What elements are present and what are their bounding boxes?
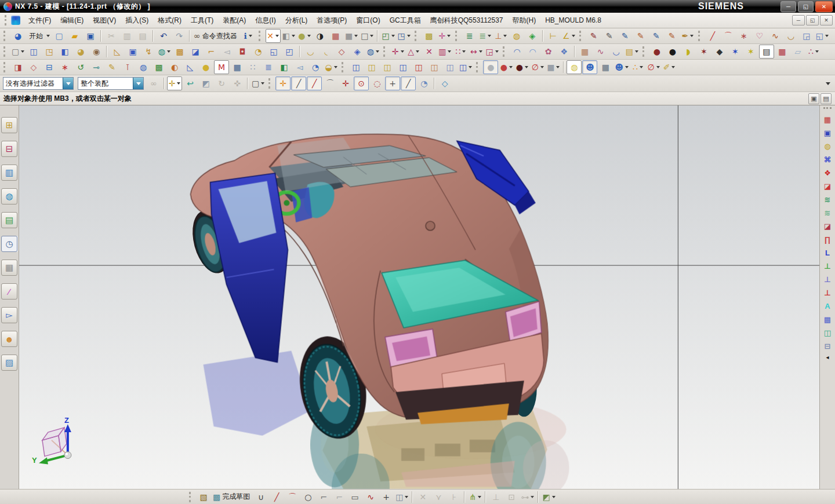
child-minimize-button[interactable]: ─ bbox=[792, 15, 805, 25]
mold-grid-icon[interactable]: ▦ bbox=[821, 113, 834, 126]
line-icon[interactable]: ╱ bbox=[705, 29, 720, 43]
window-layout3-icon[interactable]: ◫ bbox=[380, 60, 395, 74]
paste-icon[interactable]: ▤ bbox=[135, 29, 150, 43]
measure-distance-icon[interactable]: ⊢ bbox=[546, 29, 561, 43]
quick-extend-icon[interactable]: ⋎ bbox=[431, 490, 446, 504]
lines-icon[interactable]: ≣ bbox=[261, 60, 276, 74]
mold-corner2-icon[interactable]: ◪ bbox=[821, 220, 834, 232]
new-file-icon[interactable]: ▢ bbox=[52, 29, 67, 43]
render-style-icon[interactable]: ◑ bbox=[313, 29, 328, 43]
move-feature-icon[interactable]: ↔ bbox=[469, 45, 484, 59]
n-sided-surface-icon[interactable]: ✿ bbox=[541, 45, 556, 59]
redo-icon[interactable]: ↷ bbox=[172, 29, 187, 43]
oh-stamp-icon[interactable]: ✎ bbox=[665, 29, 680, 43]
key-icon[interactable]: ◍ bbox=[509, 29, 524, 43]
restore-button[interactable]: ◱ bbox=[798, 1, 814, 12]
menu-assemblies[interactable]: 装配(A) bbox=[218, 14, 251, 27]
ruler-icon[interactable]: ⊟ bbox=[42, 60, 57, 74]
finish-sketch-button[interactable]: ▩完成草图 bbox=[212, 490, 253, 504]
shaded-display-icon[interactable]: ● bbox=[483, 60, 498, 74]
datum-plane-icon[interactable]: ◫ bbox=[26, 45, 41, 59]
save-icon[interactable]: ▣ bbox=[83, 29, 98, 43]
person-view-icon[interactable]: ☻ bbox=[613, 60, 630, 74]
mold-pipes-icon[interactable]: ⊟ bbox=[821, 339, 834, 352]
studio-spline-icon[interactable]: ∿ bbox=[363, 490, 378, 504]
copy-face-icon[interactable]: ✶ bbox=[743, 45, 758, 59]
color-wand-tab[interactable]: ∕ bbox=[1, 283, 17, 300]
rectangle-icon[interactable]: ▭ bbox=[347, 490, 362, 504]
mold-corner-icon[interactable]: ◪ bbox=[821, 180, 834, 192]
true-shading-icon[interactable]: ☻ bbox=[582, 60, 597, 74]
bend-icon[interactable]: ↯ bbox=[141, 45, 156, 59]
mid-point-icon[interactable]: ╱ bbox=[307, 76, 322, 90]
marquee-select-icon[interactable]: ▢ bbox=[251, 76, 266, 90]
constraint-navigator-tab[interactable]: ⊟ bbox=[1, 141, 17, 157]
emboss-icon[interactable]: ◘ bbox=[235, 45, 250, 59]
delete-face-icon[interactable]: ✶ bbox=[728, 45, 743, 59]
block-icon[interactable]: ▣ bbox=[125, 45, 140, 59]
make-corner-icon[interactable]: ⊦ bbox=[446, 490, 462, 504]
pattern-curve-icon[interactable]: ◫ bbox=[394, 490, 409, 504]
resize-blend-icon[interactable]: ◆ bbox=[712, 45, 727, 59]
menu-hb-mould[interactable]: HB_MOULD M6.8 bbox=[540, 15, 606, 25]
history-tab[interactable]: ◷ bbox=[1, 236, 17, 252]
edit-params-icon[interactable]: △ bbox=[406, 45, 421, 59]
layer-visible-icon[interactable]: ≣ bbox=[478, 29, 493, 43]
mirror-curve-icon[interactable]: ⋔ bbox=[467, 490, 482, 504]
sweep-along-guide-icon[interactable]: ∿ bbox=[593, 45, 608, 59]
image-gallery-tab[interactable]: ▨ bbox=[1, 355, 17, 371]
assembly-navigator-tab[interactable]: ⊞ bbox=[1, 117, 17, 133]
wrench-icon[interactable]: ✐ bbox=[662, 60, 677, 74]
annotation-a2-icon[interactable]: ✎ bbox=[586, 29, 601, 43]
wcs-orient-icon[interactable]: ⊥ bbox=[493, 29, 509, 43]
color-cube-icon[interactable]: ◧ bbox=[277, 60, 292, 74]
mold-dots-icon[interactable]: ❖ bbox=[821, 166, 834, 179]
replace-face-icon[interactable]: ✶ bbox=[696, 45, 711, 59]
info-menu-icon[interactable]: ℹ bbox=[241, 29, 256, 43]
cut-icon[interactable]: ✂ bbox=[104, 29, 119, 43]
open-folder-icon[interactable]: ▰ bbox=[67, 29, 82, 43]
selection-filter-combo[interactable]: 没有选择过滤器 bbox=[3, 77, 74, 90]
start-button[interactable]: 开始 bbox=[26, 29, 51, 43]
stamp-icon[interactable]: ◍ bbox=[136, 60, 151, 74]
sheet-bodies-icon[interactable]: ▤ bbox=[625, 45, 640, 59]
point-on-curve-icon[interactable]: ╱ bbox=[401, 76, 416, 90]
hole-icon[interactable]: ◉ bbox=[89, 45, 104, 59]
window-layout7-icon[interactable]: ◫ bbox=[442, 60, 458, 74]
dots-grid-icon[interactable]: ∷ bbox=[245, 60, 260, 74]
window-layout1-icon[interactable]: ◫ bbox=[348, 60, 364, 74]
sketch-arc-icon[interactable]: ⌒ bbox=[285, 490, 300, 504]
copy-icon[interactable]: ▥ bbox=[119, 29, 135, 43]
window-layout4-icon[interactable]: ◫ bbox=[395, 60, 411, 74]
menu-format[interactable]: 格式(R) bbox=[153, 14, 186, 27]
deselect-arrow-icon[interactable]: ↩ bbox=[183, 76, 198, 90]
bridge-surface-icon[interactable]: ◡ bbox=[609, 45, 624, 59]
part-navigator-tab[interactable]: ▥ bbox=[1, 165, 17, 181]
window-layout8-icon[interactable]: ◫ bbox=[458, 60, 473, 74]
mirror-face-icon[interactable]: ▦ bbox=[775, 45, 790, 59]
control-point-icon[interactable]: ⌒ bbox=[322, 76, 337, 90]
snapshot-view-icon[interactable]: ◳ bbox=[397, 29, 412, 43]
offset-face-icon[interactable]: ◔ bbox=[251, 45, 266, 59]
wrap-icon[interactable]: ◰ bbox=[282, 45, 297, 59]
flag-icon[interactable]: ◈ bbox=[525, 29, 540, 43]
geometric-constraint-icon[interactable]: ⊥ bbox=[488, 490, 503, 504]
copy-feature-icon[interactable]: ▥ bbox=[437, 45, 452, 59]
sew-icon[interactable]: ◈ bbox=[350, 45, 365, 59]
mold-frame-icon[interactable]: ▣ bbox=[821, 126, 834, 139]
hourglass-icon[interactable]: ◒ bbox=[324, 60, 339, 74]
toolbar-grip[interactable] bbox=[823, 107, 832, 111]
loop-curve-icon[interactable]: ♡ bbox=[752, 29, 767, 43]
fullscreen-icon[interactable]: ▣ bbox=[808, 93, 819, 104]
swap-display-icon[interactable]: ◩ bbox=[541, 490, 556, 504]
mold-columns-icon[interactable]: ◫ bbox=[821, 326, 834, 339]
swept-icon[interactable]: ◠ bbox=[525, 45, 540, 59]
people-groups-tab[interactable]: ☻ bbox=[1, 331, 17, 347]
menu-help[interactable]: 帮助(H) bbox=[508, 14, 541, 27]
toolbar-overflow-icon[interactable] bbox=[826, 82, 830, 85]
end-point-icon[interactable]: ╱ bbox=[291, 76, 306, 90]
dash-measure-icon[interactable]: ⊸ bbox=[89, 60, 104, 74]
mold-glow-icon[interactable]: ◍ bbox=[821, 140, 834, 152]
clock-icon[interactable]: ◔ bbox=[308, 60, 323, 74]
shaded-sphere-icon[interactable]: ● bbox=[297, 29, 312, 43]
